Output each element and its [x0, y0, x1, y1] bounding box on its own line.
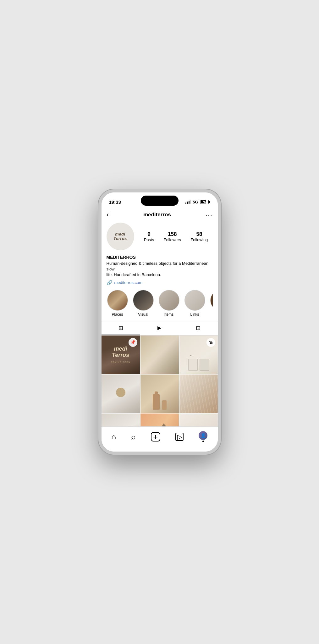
bio-line2: life. Handcrafted in Barcelona.: [107, 272, 161, 277]
highlight-shapes[interactable]: Shapes: [210, 290, 213, 317]
hand-shadow: [154, 424, 179, 426]
hand-ceramic: [113, 388, 129, 413]
highlight-label-items: Items: [164, 312, 173, 317]
grid-post-2[interactable]: [140, 336, 179, 374]
vase-small: [162, 400, 167, 410]
battery-tip: [209, 201, 210, 203]
battery-label: 76: [202, 200, 206, 204]
home-icon: ⌂: [112, 432, 116, 441]
grid-cell-2: [140, 336, 179, 374]
highlights-row: Places Visual Items Links Shapes: [107, 290, 213, 321]
nav-profile[interactable]: 👤: [199, 431, 207, 442]
following-count: 58: [196, 231, 202, 237]
tagged-icon: ⊡: [196, 325, 201, 331]
status-bar: 19:33 5G 76: [102, 192, 218, 208]
profile-avatar-nav: 👤: [199, 431, 207, 440]
highlight-visual[interactable]: Visual: [133, 290, 154, 317]
grid-cell-4: [102, 375, 140, 413]
grid-icon: ⊞: [118, 325, 123, 331]
nav-search[interactable]: ⌕: [131, 432, 135, 441]
handle-1: [190, 355, 192, 359]
grid-cell-7: [102, 414, 140, 426]
back-button[interactable]: ‹: [107, 211, 109, 219]
highlight-label-visual: Visual: [138, 312, 148, 317]
grid-cell-8: [140, 414, 179, 426]
highlight-circle-links: [184, 290, 205, 311]
pin-badge-1: 📌: [129, 338, 137, 347]
profile-link[interactable]: 🔗 mediterros.com: [107, 280, 213, 286]
vases: [153, 394, 167, 410]
vase-neck: [155, 391, 158, 395]
highlight-links[interactable]: Links: [184, 290, 205, 317]
reels-nav-icon: ▷: [175, 433, 184, 441]
add-icon: +: [151, 432, 160, 441]
grid-post-1[interactable]: mediTerros COMING SOON 📌: [102, 336, 140, 374]
stat-following[interactable]: 58 Following: [190, 231, 208, 242]
more-button[interactable]: ···: [206, 211, 213, 219]
nav-home[interactable]: ⌂: [112, 432, 116, 441]
grid-post-8[interactable]: [140, 414, 179, 426]
signal-bar-3: [189, 201, 190, 204]
grid-post-9[interactable]: [179, 414, 218, 426]
grid-cell-6: [179, 375, 218, 413]
posts-tab-bar: ⊞ ▶ ⊡: [102, 321, 218, 336]
battery-body: 76: [200, 200, 209, 204]
bio-text: Human-designed & timeless objects for a …: [107, 261, 213, 278]
highlight-places[interactable]: Places: [107, 290, 128, 317]
status-icons: 5G 76: [185, 200, 210, 204]
profile-header: ‹ mediterros ··· mediTerros 9 Posts 158 …: [102, 208, 218, 321]
search-icon: ⌕: [131, 432, 135, 441]
reels-icon: ▶: [157, 325, 161, 331]
ceramic-ball: [116, 388, 125, 397]
following-label: Following: [190, 237, 208, 242]
nav-reels[interactable]: ▷: [175, 433, 184, 441]
cart-badge-3: 🛍: [206, 338, 215, 347]
profile-avatar-icon: 👤: [201, 433, 206, 438]
signal-bar-1: [185, 203, 186, 204]
signal-bar-4: [190, 200, 191, 204]
tote-1: [188, 359, 198, 371]
stats-group: 9 Posts 158 Followers 58 Following: [139, 231, 213, 242]
light-stripes: [179, 375, 218, 413]
stat-posts[interactable]: 9 Posts: [144, 231, 154, 242]
grid-post-6[interactable]: [179, 375, 218, 413]
tote-2: [200, 359, 209, 371]
highlight-label-links: Links: [190, 312, 199, 317]
grid-cell-9: [179, 414, 218, 426]
followers-count: 158: [168, 231, 177, 237]
link-url: mediterros.com: [114, 280, 143, 285]
vase-large: [153, 394, 160, 410]
tab-reels[interactable]: ▶: [140, 321, 179, 335]
tab-tagged[interactable]: ⊡: [179, 321, 217, 335]
tote-bags: [188, 359, 209, 371]
phone-frame: 19:33 5G 76 ‹ m: [98, 189, 221, 455]
avatar: mediTerros: [107, 223, 134, 250]
followers-label: Followers: [163, 237, 181, 242]
dynamic-island: [141, 196, 179, 206]
battery: 76: [200, 200, 210, 204]
signal-bar-2: [187, 202, 188, 204]
grid-post-3[interactable]: 🛍: [179, 336, 218, 374]
stat-followers[interactable]: 158 Followers: [163, 231, 181, 242]
highlight-circle-visual: [133, 290, 154, 311]
highlight-label-places: Places: [112, 312, 123, 317]
grid-cell-5: [140, 375, 179, 413]
profile-dot: [202, 441, 204, 442]
highlight-circle-items: [159, 290, 179, 311]
posts-grid: mediTerros COMING SOON 📌: [102, 336, 218, 426]
grid-post-7[interactable]: [102, 414, 140, 426]
grid-post-4[interactable]: [102, 375, 140, 413]
bio-name: MEDITERROS: [107, 255, 213, 260]
profile-bio: MEDITERROS Human-designed & timeless obj…: [107, 255, 213, 278]
signal-bars: [185, 200, 191, 204]
5g-label: 5G: [193, 200, 198, 204]
highlight-circle-places: [107, 290, 128, 311]
bottom-nav: ⌂ ⌕ + ▷ 👤: [102, 426, 218, 452]
highlight-items[interactable]: Items: [159, 290, 179, 317]
shadow-2: [140, 336, 179, 374]
avatar-logo: mediTerros: [113, 232, 127, 241]
tab-grid[interactable]: ⊞: [102, 321, 140, 335]
bio-line1: Human-designed & timeless objects for a …: [107, 261, 208, 271]
grid-post-5[interactable]: [140, 375, 179, 413]
nav-add[interactable]: +: [151, 432, 160, 441]
